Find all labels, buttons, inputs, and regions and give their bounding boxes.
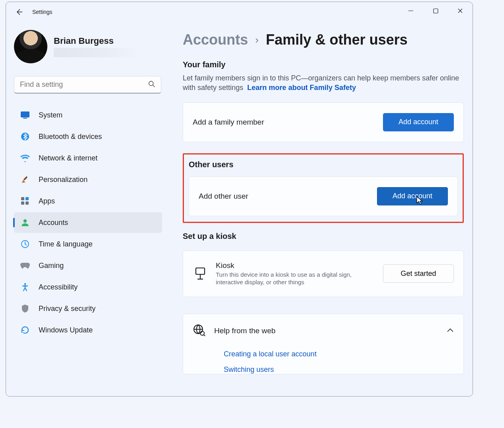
sidebar-nav: System Bluetooth & devices Network & int… — [12, 105, 164, 340]
chevron-right-icon: › — [255, 34, 259, 46]
person-icon — [20, 218, 30, 227]
svg-rect-6 — [21, 197, 24, 200]
svg-rect-9 — [25, 201, 29, 205]
svg-point-1 — [149, 81, 153, 86]
sidebar-item-gaming[interactable]: Gaming — [14, 255, 162, 276]
sidebar-item-apps[interactable]: Apps — [14, 191, 162, 211]
accessibility-icon — [20, 282, 30, 292]
sidebar-item-network[interactable]: Network & internet — [14, 148, 162, 168]
bluetooth-icon — [20, 132, 30, 141]
close-button[interactable] — [448, 2, 473, 20]
family-heading: Your family — [183, 60, 464, 69]
paintbrush-icon — [20, 175, 30, 184]
svg-rect-7 — [25, 197, 29, 200]
add-family-member-row: Add a family member Add account — [183, 102, 464, 142]
sidebar-item-personalization[interactable]: Personalization — [14, 169, 162, 190]
minimize-icon — [408, 8, 414, 14]
maximize-button[interactable] — [423, 2, 448, 20]
avatar — [14, 30, 47, 63]
sidebar-item-label: System — [39, 111, 63, 119]
other-users-highlight: Other users Add other user Add account — [183, 153, 464, 223]
system-icon — [20, 110, 30, 120]
kiosk-get-started-button[interactable]: Get started — [383, 264, 454, 283]
sidebar-item-label: Apps — [39, 197, 55, 205]
chevron-up-icon[interactable] — [447, 327, 454, 334]
svg-rect-13 — [196, 268, 205, 274]
breadcrumb: Accounts › Family & other users — [183, 31, 464, 48]
user-email-redacted — [54, 48, 137, 57]
other-users-heading: Other users — [189, 160, 458, 169]
sidebar-item-label: Bluetooth & devices — [39, 133, 102, 141]
minimize-button[interactable] — [399, 2, 423, 20]
apps-icon — [20, 196, 30, 206]
add-other-user-row: Add other user Add account — [189, 176, 458, 216]
sidebar-item-label: Accessibility — [39, 283, 78, 291]
help-panel[interactable]: Help from the web Creating a local user … — [183, 314, 464, 374]
search-input[interactable] — [20, 80, 148, 89]
add-family-account-button[interactable]: Add account — [383, 113, 454, 131]
kiosk-row: Kiosk Turn this device into a kiosk to u… — [183, 250, 464, 297]
sidebar-item-label: Time & language — [39, 240, 92, 248]
sidebar-item-time[interactable]: Time & language — [14, 234, 162, 254]
svg-rect-5 — [23, 176, 27, 180]
add-other-user-label: Add other user — [199, 192, 248, 201]
svg-point-10 — [23, 219, 27, 223]
sidebar-item-label: Network & internet — [39, 154, 98, 162]
back-button[interactable] — [11, 4, 27, 20]
content-area: Accounts › Family & other users Your fam… — [168, 22, 473, 396]
settings-window: Settings Brian Burgess — [6, 2, 473, 397]
add-family-member-label: Add a family member — [193, 118, 264, 127]
svg-rect-3 — [23, 118, 27, 119]
back-arrow-icon — [15, 8, 23, 16]
sidebar-item-update[interactable]: Windows Update — [14, 320, 162, 340]
kiosk-title: Kiosk — [216, 261, 367, 270]
sidebar-item-label: Gaming — [39, 262, 64, 270]
maximize-icon — [433, 8, 438, 14]
svg-rect-2 — [21, 111, 29, 117]
add-other-user-button[interactable]: Add account — [377, 187, 448, 205]
window-caption-buttons — [399, 2, 473, 22]
clock-globe-icon — [20, 239, 30, 249]
sidebar-item-label: Privacy & security — [39, 305, 96, 313]
breadcrumb-parent[interactable]: Accounts — [183, 31, 248, 48]
sidebar-item-label: Windows Update — [39, 326, 93, 334]
gamepad-icon — [20, 261, 30, 270]
update-icon — [20, 325, 30, 335]
help-link-local-account[interactable]: Creating a local user account — [224, 350, 454, 358]
titlebar: Settings — [6, 2, 473, 22]
sidebar-item-system[interactable]: System — [14, 105, 162, 125]
help-links: Creating a local user account Switching … — [193, 338, 454, 374]
sidebar-item-accounts[interactable]: Accounts — [14, 212, 162, 233]
sidebar: Brian Burgess System — [6, 22, 168, 396]
user-name: Brian Burgess — [54, 36, 137, 46]
svg-rect-0 — [434, 9, 438, 13]
kiosk-icon — [193, 266, 208, 281]
family-description: Let family members sign in to this PC—or… — [183, 73, 461, 93]
user-block[interactable]: Brian Burgess — [12, 30, 164, 71]
help-globe-icon — [193, 324, 205, 338]
help-link-switching-users[interactable]: Switching users — [224, 365, 454, 374]
sidebar-item-bluetooth[interactable]: Bluetooth & devices — [14, 126, 162, 147]
sidebar-item-accessibility[interactable]: Accessibility — [14, 277, 162, 297]
close-icon — [457, 8, 463, 14]
app-title: Settings — [32, 9, 53, 15]
sidebar-item-privacy[interactable]: Privacy & security — [14, 298, 162, 319]
wifi-icon — [20, 153, 30, 163]
sidebar-item-label: Accounts — [39, 219, 68, 227]
family-safety-link[interactable]: Learn more about Family Safety — [247, 84, 356, 92]
kiosk-description: Turn this device into a kiosk to use as … — [216, 271, 367, 286]
sidebar-item-label: Personalization — [39, 176, 88, 184]
help-title: Help from the web — [214, 326, 438, 335]
search-box[interactable] — [14, 76, 161, 94]
shield-icon — [20, 304, 30, 313]
kiosk-heading: Set up a kiosk — [183, 232, 464, 241]
svg-rect-8 — [21, 201, 24, 205]
svg-point-12 — [24, 283, 26, 285]
search-icon — [148, 80, 155, 89]
breadcrumb-current: Family & other users — [266, 31, 408, 48]
